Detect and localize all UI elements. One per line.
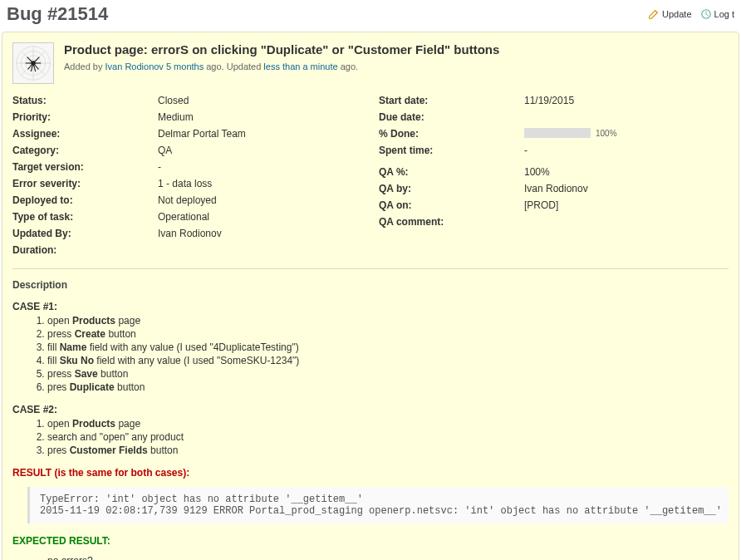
case2-steps: open Products pagesearch and "open" any … bbox=[47, 417, 729, 457]
attr-label: Status: bbox=[12, 95, 158, 106]
attributes-left: Status:ClosedPriority:MediumAssignee:Del… bbox=[12, 92, 362, 258]
step-item: fill Sku No field with any value (I used… bbox=[47, 354, 729, 367]
attr-label: Spent time: bbox=[379, 145, 524, 156]
attr-label: Start date: bbox=[379, 95, 524, 106]
attr-value: 1 - data loss bbox=[158, 178, 212, 189]
attr-row: Status:Closed bbox=[12, 92, 362, 109]
attr-label: Target version: bbox=[12, 161, 158, 173]
attr-value: 100% bbox=[524, 128, 617, 140]
attr-row: Error severity:1 - data loss bbox=[12, 175, 362, 192]
attr-row: % Done:100% bbox=[379, 125, 729, 142]
attr-value: - bbox=[158, 161, 161, 173]
attr-label: QA by: bbox=[379, 183, 524, 194]
attr-label: QA %: bbox=[379, 166, 524, 178]
attr-label: Updated By: bbox=[12, 228, 158, 239]
description-label: Description bbox=[12, 279, 729, 291]
attr-value: Ivan Rodionov bbox=[524, 183, 588, 194]
clock-icon bbox=[700, 8, 712, 20]
case1-steps: open Products pagepress Create buttonfil… bbox=[47, 314, 729, 394]
step-item: press Create button bbox=[47, 327, 729, 341]
attr-row: Start date:11/19/2015 bbox=[379, 92, 729, 109]
attr-row: QA by:Ivan Rodionov bbox=[379, 180, 729, 197]
result-heading: RESULT (is the same for both cases): bbox=[12, 467, 729, 479]
attr-row: QA on:[PROD] bbox=[379, 197, 729, 214]
attr-label: Due date: bbox=[379, 111, 524, 123]
step-item: press Save button bbox=[47, 367, 729, 381]
attr-row: Priority:Medium bbox=[12, 109, 362, 125]
avatar bbox=[12, 42, 54, 84]
attr-row: Duration: bbox=[12, 242, 362, 258]
attr-label: QA comment: bbox=[379, 216, 524, 228]
header-actions: Update Log t bbox=[648, 8, 734, 20]
attr-row: QA %:100% bbox=[379, 164, 729, 180]
expected-item: no errors? bbox=[47, 555, 729, 560]
attr-row: Type of task:Operational bbox=[12, 209, 362, 225]
attr-label: Category: bbox=[12, 145, 158, 156]
attr-row: Assignee:Delmar Portal Team bbox=[12, 125, 362, 142]
attr-value: Ivan Rodionov bbox=[158, 228, 222, 239]
attr-value: 11/19/2015 bbox=[524, 95, 574, 106]
attr-label: Assignee: bbox=[12, 128, 158, 140]
attr-row: QA comment: bbox=[379, 214, 729, 230]
issue-author-line: Added by Ivan Rodionov 5 months ago. Upd… bbox=[64, 61, 499, 71]
page-title: Bug #21514 bbox=[7, 3, 108, 25]
expected-heading: EXPECTED RESULT: bbox=[12, 535, 729, 547]
attr-label: Type of task: bbox=[12, 211, 158, 223]
step-item: pres Customer Fields button bbox=[47, 444, 729, 457]
update-button[interactable]: Update bbox=[648, 8, 691, 20]
attr-label: Priority: bbox=[12, 111, 158, 123]
svg-line-11 bbox=[33, 57, 39, 63]
case2-title: CASE #2: bbox=[12, 404, 729, 415]
step-item: pres Duplicate button bbox=[47, 381, 729, 394]
attr-value: QA bbox=[158, 145, 172, 156]
log-time-button[interactable]: Log t bbox=[700, 8, 734, 20]
update-label: Update bbox=[662, 9, 691, 19]
log-label: Log t bbox=[714, 9, 734, 19]
step-item: fill Name field with any value (I used "… bbox=[47, 341, 729, 354]
attr-value: - bbox=[524, 145, 528, 156]
attr-label: Deployed to: bbox=[12, 194, 158, 206]
attr-value: 100% bbox=[524, 166, 550, 178]
issue-header: Product page: errorS on clicking "Duplic… bbox=[12, 42, 729, 84]
attributes-right: Start date:11/19/2015Due date:% Done:100… bbox=[379, 92, 729, 258]
author-link[interactable]: Ivan Rodionov 5 months bbox=[106, 61, 204, 71]
step-item: open Products page bbox=[47, 314, 729, 327]
issue-subject: Product page: errorS on clicking "Duplic… bbox=[64, 42, 499, 56]
svg-line-10 bbox=[27, 57, 33, 63]
page-header: Bug #21514 Update Log t bbox=[0, 0, 741, 32]
attr-label: QA on: bbox=[379, 199, 524, 211]
attr-label: Duration: bbox=[12, 244, 158, 256]
attributes-grid: Status:ClosedPriority:MediumAssignee:Del… bbox=[12, 92, 729, 258]
attr-label: % Done: bbox=[379, 128, 524, 140]
attr-row: Category:QA bbox=[12, 142, 362, 159]
error-output: TypeError: 'int' object has no attribute… bbox=[27, 487, 729, 523]
attr-row: Spent time:- bbox=[379, 142, 729, 159]
attr-value: Closed bbox=[158, 95, 189, 106]
attr-row: Due date: bbox=[379, 109, 729, 125]
step-item: open Products page bbox=[47, 417, 729, 430]
pencil-icon bbox=[648, 8, 660, 20]
attr-value: Not deployed bbox=[158, 194, 217, 206]
divider bbox=[12, 268, 729, 269]
attr-row: Updated By:Ivan Rodionov bbox=[12, 225, 362, 242]
attr-label: Error severity: bbox=[12, 178, 158, 189]
attr-row: Target version:- bbox=[12, 159, 362, 175]
case1-title: CASE #1: bbox=[12, 301, 729, 312]
issue-card: Product page: errorS on clicking "Duplic… bbox=[2, 32, 739, 560]
attr-row: Deployed to:Not deployed bbox=[12, 192, 362, 209]
attr-value: Delmar Portal Team bbox=[158, 128, 246, 140]
attr-value: Medium bbox=[158, 111, 194, 123]
step-item: search and "open" any product bbox=[47, 430, 729, 444]
updated-ago-link[interactable]: less than a minute bbox=[263, 61, 337, 71]
expected-list: no errors? bbox=[47, 555, 729, 560]
attr-value: [PROD] bbox=[524, 199, 558, 211]
attr-value: Operational bbox=[158, 211, 209, 223]
issue-title-block: Product page: errorS on clicking "Duplic… bbox=[64, 42, 499, 84]
description-section: Description CASE #1: open Products pagep… bbox=[12, 279, 729, 560]
